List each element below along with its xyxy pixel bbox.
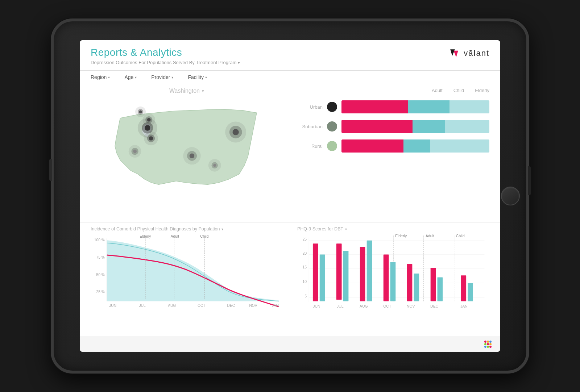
seg-rural-adult: [341, 139, 403, 153]
footer-bar: [80, 336, 500, 352]
svg-rect-73: [461, 275, 466, 301]
svg-text:JUN: JUN: [109, 304, 116, 308]
svg-text:DEC: DEC: [227, 304, 235, 308]
svg-point-22: [133, 150, 137, 153]
filter-age-label: Age: [124, 74, 133, 80]
bar-chart-section: Adult Child Elderly Urban: [290, 84, 500, 222]
svg-rect-69: [407, 264, 413, 301]
svg-point-84: [489, 341, 492, 343]
svg-text:Elderly: Elderly: [140, 234, 151, 238]
seg-urban-elderly: [450, 100, 489, 113]
phq-chart-section: PHQ-9 Scores for DBT ▾ 25 20 15 10 5: [290, 222, 500, 336]
volume-button[interactable]: [49, 159, 52, 181]
line-chart-title: Incidence of Comorbid Physical Health Di…: [91, 226, 283, 232]
svg-rect-61: [313, 243, 318, 301]
subtitle-dropdown-arrow[interactable]: ▾: [238, 61, 240, 65]
line-chart-dropdown-arrow[interactable]: ▾: [221, 227, 223, 231]
svg-text:75 %: 75 %: [96, 255, 104, 259]
filter-age-arrow: ▾: [135, 75, 137, 79]
svg-text:Child: Child: [456, 234, 465, 238]
svg-point-82: [484, 341, 486, 343]
svg-text:JAN: JAN: [460, 304, 468, 308]
bar-segments-rural: [341, 139, 489, 153]
svg-rect-72: [438, 277, 443, 301]
svg-point-7: [149, 136, 153, 141]
svg-marker-1: [453, 51, 458, 57]
line-chart-section: Incidence of Comorbid Physical Health Di…: [80, 222, 290, 336]
bar-row-rural: Rural: [297, 139, 489, 153]
svg-text:NOV: NOV: [407, 304, 415, 308]
svg-rect-71: [431, 268, 436, 301]
filter-region-arrow: ▾: [108, 75, 110, 79]
power-button[interactable]: [528, 166, 531, 195]
filter-provider-label: Provider: [151, 74, 170, 80]
svg-text:25: 25: [302, 237, 307, 241]
svg-text:JUL: JUL: [337, 304, 344, 308]
population-bar-chart: Urban Suburban: [297, 97, 489, 153]
svg-point-16: [190, 153, 195, 158]
phq-chart-title: PHQ-9 Scores for DBT ▾: [297, 226, 489, 232]
svg-text:15: 15: [302, 265, 307, 269]
main-content: Washington ▾: [80, 84, 500, 336]
svg-rect-66: [367, 241, 372, 301]
filter-provider-arrow: ▾: [171, 75, 173, 79]
filter-facility[interactable]: Facility ▾: [188, 74, 207, 80]
line-chart-svg: 100 % 75 % 50 % 25 %: [91, 234, 283, 313]
legend-child: Child: [453, 88, 464, 93]
map-title: Washington ▾: [91, 88, 283, 94]
filter-age[interactable]: Age ▾: [124, 74, 137, 80]
tablet-frame: Reports & Analytics Depression Outcomes …: [51, 18, 529, 374]
legend-elderly: Elderly: [475, 88, 489, 93]
logo: vālant: [448, 47, 489, 60]
svg-text:OCT: OCT: [198, 304, 206, 308]
bar-dot-urban: [327, 102, 337, 112]
filter-region-label: Region: [91, 74, 107, 80]
svg-rect-68: [390, 262, 396, 301]
home-button[interactable]: [501, 187, 520, 205]
svg-text:AUG: AUG: [360, 304, 368, 308]
svg-point-83: [487, 341, 489, 343]
svg-text:Adult: Adult: [171, 234, 179, 238]
map-dropdown-arrow[interactable]: ▾: [202, 89, 204, 93]
seg-rural-elderly: [430, 139, 489, 153]
phq-chart-dropdown-arrow[interactable]: ▾: [345, 227, 347, 231]
svg-text:OCT: OCT: [383, 304, 392, 308]
svg-point-89: [487, 346, 489, 348]
svg-text:AUG: AUG: [168, 304, 176, 308]
svg-text:20: 20: [302, 251, 307, 255]
bar-label-rural: Rural: [297, 143, 323, 149]
bar-segments-suburban: [341, 120, 489, 133]
svg-point-13: [232, 129, 239, 135]
seg-urban-child: [408, 100, 450, 113]
filter-facility-label: Facility: [188, 74, 204, 80]
seg-suburban-elderly: [445, 120, 489, 133]
subtitle-text: Depression Outcomes For Populations Serv…: [91, 60, 236, 65]
filter-bar: Region ▾ Age ▾ Provider ▾ Facility ▾: [80, 71, 500, 84]
screen: Reports & Analytics Depression Outcomes …: [80, 40, 500, 352]
filter-facility-arrow: ▾: [205, 75, 207, 79]
svg-point-25: [213, 164, 216, 167]
seg-suburban-child: [413, 120, 445, 133]
svg-text:JUN: JUN: [313, 304, 320, 308]
svg-text:Adult: Adult: [426, 234, 434, 238]
svg-rect-63: [336, 243, 342, 300]
filter-region[interactable]: Region ▾: [91, 74, 110, 80]
svg-text:Elderly: Elderly: [395, 234, 407, 238]
svg-point-19: [139, 110, 142, 113]
seg-rural-child: [403, 139, 430, 153]
svg-point-87: [489, 343, 492, 345]
grid-icon[interactable]: [483, 339, 493, 349]
bar-row-suburban: Suburban: [297, 120, 489, 133]
svg-point-85: [484, 343, 486, 345]
washington-map: [91, 97, 283, 199]
map-region-label: Washington: [169, 88, 200, 94]
svg-text:Child: Child: [200, 234, 209, 238]
svg-point-88: [484, 346, 486, 348]
svg-rect-65: [360, 247, 365, 301]
filter-provider[interactable]: Provider ▾: [151, 74, 173, 80]
svg-text:50 %: 50 %: [96, 273, 104, 277]
svg-text:JUL: JUL: [139, 304, 146, 308]
svg-text:JAN: JAN: [272, 304, 279, 308]
svg-text:NOV: NOV: [249, 304, 257, 308]
svg-rect-62: [320, 255, 325, 301]
